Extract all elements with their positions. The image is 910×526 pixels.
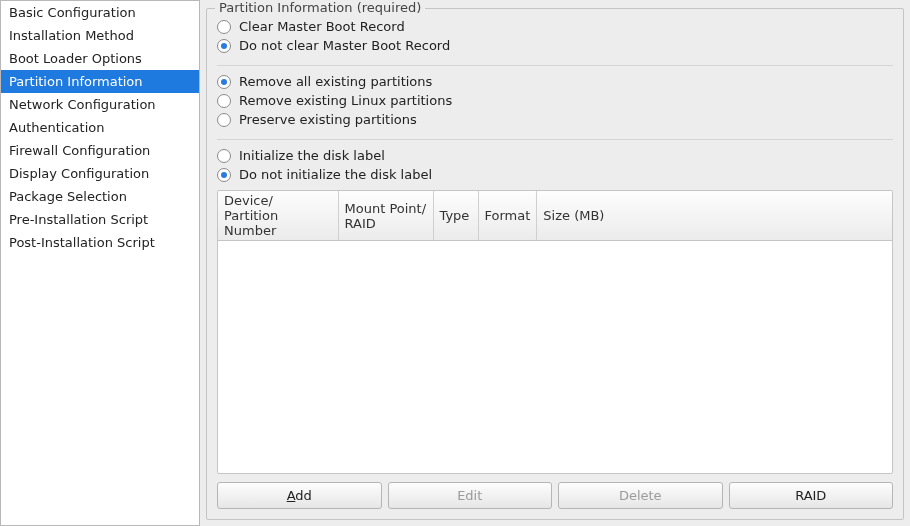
button-row: Add Edit Delete RAID: [217, 482, 893, 509]
partition-table[interactable]: Device/Partition Number Mount Point/RAID…: [217, 190, 893, 474]
sidebar-item-boot-loader-options[interactable]: Boot Loader Options: [1, 47, 199, 70]
separator: [217, 65, 893, 66]
edit-button[interactable]: Edit: [388, 482, 553, 509]
radio-label: Initialize the disk label: [239, 148, 385, 163]
col-device[interactable]: Device/Partition Number: [218, 191, 338, 241]
sidebar-item-network-configuration[interactable]: Network Configuration: [1, 93, 199, 116]
delete-button[interactable]: Delete: [558, 482, 723, 509]
radio-indicator: [217, 94, 231, 108]
sidebar-item-partition-information[interactable]: Partition Information: [1, 70, 199, 93]
radio-indicator: [217, 168, 231, 182]
radio-indicator: [217, 39, 231, 53]
radio-noinit-disklabel[interactable]: Do not initialize the disk label: [217, 165, 893, 184]
sidebar-item-pre-installation-script[interactable]: Pre-Installation Script: [1, 208, 199, 231]
radio-label: Remove existing Linux partitions: [239, 93, 452, 108]
radio-indicator: [217, 149, 231, 163]
sidebar-navigation: Basic ConfigurationInstallation MethodBo…: [0, 0, 200, 526]
main-panel: Partition Information (required) Clear M…: [200, 0, 910, 526]
col-mount[interactable]: Mount Point/RAID: [338, 191, 433, 241]
radio-remove-all[interactable]: Remove all existing partitions: [217, 72, 893, 91]
radio-label: Do not initialize the disk label: [239, 167, 432, 182]
sidebar-item-package-selection[interactable]: Package Selection: [1, 185, 199, 208]
separator: [217, 139, 893, 140]
mbr-radio-group: Clear Master Boot Record Do not clear Ma…: [217, 17, 893, 55]
radio-label: Do not clear Master Boot Record: [239, 38, 450, 53]
sidebar-item-installation-method[interactable]: Installation Method: [1, 24, 199, 47]
radio-label: Preserve existing partitions: [239, 112, 417, 127]
sidebar-item-authentication[interactable]: Authentication: [1, 116, 199, 139]
radio-preserve[interactable]: Preserve existing partitions: [217, 110, 893, 129]
radio-indicator: [217, 75, 231, 89]
col-size[interactable]: Size (MB): [537, 191, 892, 241]
radio-label: Remove all existing partitions: [239, 74, 432, 89]
add-button[interactable]: Add: [217, 482, 382, 509]
sidebar-item-firewall-configuration[interactable]: Firewall Configuration: [1, 139, 199, 162]
group-title: Partition Information (required): [215, 0, 425, 15]
radio-indicator: [217, 20, 231, 34]
sidebar-item-display-configuration[interactable]: Display Configuration: [1, 162, 199, 185]
col-format[interactable]: Format: [478, 191, 537, 241]
radio-label: Clear Master Boot Record: [239, 19, 405, 34]
disklabel-radio-group: Initialize the disk label Do not initial…: [217, 146, 893, 184]
sidebar-item-post-installation-script[interactable]: Post-Installation Script: [1, 231, 199, 254]
col-type[interactable]: Type: [433, 191, 478, 241]
partition-info-group: Partition Information (required) Clear M…: [206, 8, 904, 520]
sidebar-item-basic-configuration[interactable]: Basic Configuration: [1, 1, 199, 24]
raid-button[interactable]: RAID: [729, 482, 894, 509]
radio-remove-linux[interactable]: Remove existing Linux partitions: [217, 91, 893, 110]
radio-init-disklabel[interactable]: Initialize the disk label: [217, 146, 893, 165]
radio-clear-mbr[interactable]: Clear Master Boot Record: [217, 17, 893, 36]
radio-indicator: [217, 113, 231, 127]
partitions-radio-group: Remove all existing partitions Remove ex…: [217, 72, 893, 129]
radio-noclear-mbr[interactable]: Do not clear Master Boot Record: [217, 36, 893, 55]
